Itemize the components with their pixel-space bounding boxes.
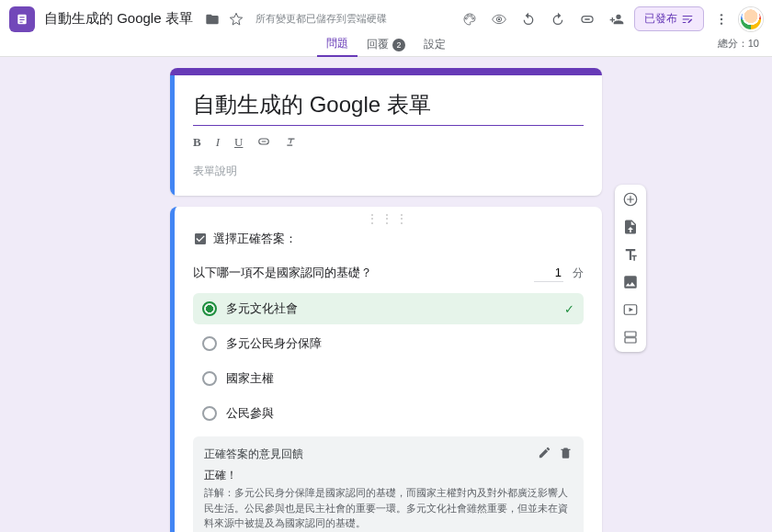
delete-icon[interactable] [559, 446, 573, 462]
option[interactable]: 國家主權 [193, 363, 584, 394]
add-section-icon[interactable] [621, 328, 640, 346]
undo-icon[interactable] [517, 7, 540, 31]
feedback-correct-mark: 正確！ [204, 468, 573, 483]
svg-point-7 [721, 22, 722, 24]
link-icon[interactable] [575, 7, 599, 31]
canvas[interactable]: 自動生成的 Google 表單 B I U 表單說明 ⋮⋮⋮ 選擇正確答案： 以… [0, 57, 772, 532]
redo-icon[interactable] [546, 7, 570, 31]
option-label: 國家主權 [226, 370, 274, 387]
doc-title[interactable]: 自動生成的 Google 表單 [44, 10, 193, 28]
answer-key-row: 選擇正確答案： [193, 231, 584, 247]
radio-icon [202, 336, 217, 351]
add-image-icon[interactable] [621, 273, 640, 291]
publish-button[interactable]: 已發布 [634, 6, 704, 31]
header-actions: 已發布 [458, 6, 763, 31]
svg-point-5 [721, 14, 722, 16]
add-title-icon[interactable] [621, 245, 640, 264]
form-description[interactable]: 表單說明 [193, 164, 584, 179]
svg-rect-3 [19, 21, 22, 22]
title-card[interactable]: 自動生成的 Google 表單 B I U 表單說明 [170, 68, 602, 196]
check-icon: ✓ [564, 302, 574, 316]
option-label: 多元公民身分保障 [226, 335, 322, 352]
points-input[interactable] [534, 264, 563, 282]
radio-icon [202, 371, 217, 386]
svg-point-4 [498, 17, 500, 19]
option-label: 公民參與 [226, 405, 274, 422]
theme-icon[interactable] [458, 7, 482, 31]
adduser-icon[interactable] [605, 7, 629, 31]
more-icon[interactable] [710, 7, 733, 31]
question-text[interactable]: 以下哪一項不是國家認同的基礎？ [193, 265, 525, 281]
import-icon[interactable] [621, 218, 640, 236]
italic-icon[interactable]: I [216, 135, 220, 151]
underline-icon[interactable]: U [234, 135, 243, 151]
svg-rect-11 [625, 338, 636, 343]
add-question-icon[interactable] [621, 190, 640, 209]
feedback-correct-title: 正確答案的意見回饋 [204, 447, 303, 462]
insert-link-icon[interactable] [257, 135, 270, 151]
avatar[interactable] [739, 7, 763, 31]
header-top: 自動生成的 Google 表單 所有變更都已儲存到雲端硬碟 已發布 [0, 0, 772, 34]
folder-icon[interactable] [200, 7, 224, 31]
responses-badge: 2 [392, 39, 405, 51]
feedback-correct: 正確答案的意見回饋 正確！ 詳解：多元公民身分保障是國家認同的基礎，而國家主權對… [193, 436, 584, 532]
checkbox-icon [193, 232, 208, 246]
publish-label: 已發布 [644, 11, 677, 27]
form-title[interactable]: 自動生成的 Google 表單 [193, 90, 584, 126]
question-card[interactable]: ⋮⋮⋮ 選擇正確答案： 以下哪一項不是國家認同的基礎？ 分 多元文化社會✓多元公… [170, 207, 602, 532]
option[interactable]: 多元文化社會✓ [193, 293, 584, 324]
drag-handle-icon[interactable]: ⋮⋮⋮ [193, 212, 584, 225]
side-toolbar [615, 185, 646, 352]
svg-rect-1 [19, 17, 24, 17]
star-icon[interactable] [224, 7, 248, 31]
header-tabs: 問題 回覆2 設定 總分：10 [0, 34, 772, 56]
option-label: 多元文化社會 [226, 300, 298, 317]
svg-rect-2 [19, 19, 24, 20]
text-toolbar: B I U [193, 135, 584, 151]
edit-icon[interactable] [538, 446, 551, 462]
preview-icon[interactable] [487, 7, 511, 31]
forms-logo[interactable] [9, 6, 35, 32]
add-video-icon[interactable] [621, 300, 640, 319]
points-unit: 分 [573, 266, 584, 281]
form-column: 自動生成的 Google 表單 B I U 表單說明 ⋮⋮⋮ 選擇正確答案： 以… [170, 68, 602, 495]
feedback-correct-body: 詳解：多元公民身分保障是國家認同的基礎，而國家主權對內及對外都廣泛影響人民生活。… [204, 485, 573, 531]
option[interactable]: 多元公民身分保障 [193, 328, 584, 359]
tab-questions-label: 問題 [326, 36, 348, 51]
options-list: 多元文化社會✓多元公民身分保障國家主權公民參與 [193, 293, 584, 429]
tab-settings[interactable]: 設定 [414, 34, 455, 56]
app-header: 自動生成的 Google 表單 所有變更都已儲存到雲端硬碟 已發布 問題 回覆2… [0, 0, 772, 57]
option[interactable]: 公民參與 [193, 398, 584, 429]
svg-point-6 [721, 17, 722, 19]
tab-questions[interactable]: 問題 [317, 33, 358, 57]
svg-rect-10 [625, 332, 636, 336]
bold-icon[interactable]: B [193, 135, 201, 151]
clear-format-icon[interactable] [285, 135, 298, 151]
save-status: 所有變更都已儲存到雲端硬碟 [255, 12, 387, 26]
tab-responses-label: 回覆 [367, 37, 389, 52]
radio-icon [202, 301, 217, 316]
tab-settings-label: 設定 [424, 37, 446, 52]
score-total: 總分：10 [718, 37, 759, 51]
answer-key-label: 選擇正確答案： [213, 231, 297, 247]
question-text-row: 以下哪一項不是國家認同的基礎？ 分 [193, 264, 584, 282]
tab-responses[interactable]: 回覆2 [358, 34, 414, 56]
radio-icon [202, 406, 217, 421]
